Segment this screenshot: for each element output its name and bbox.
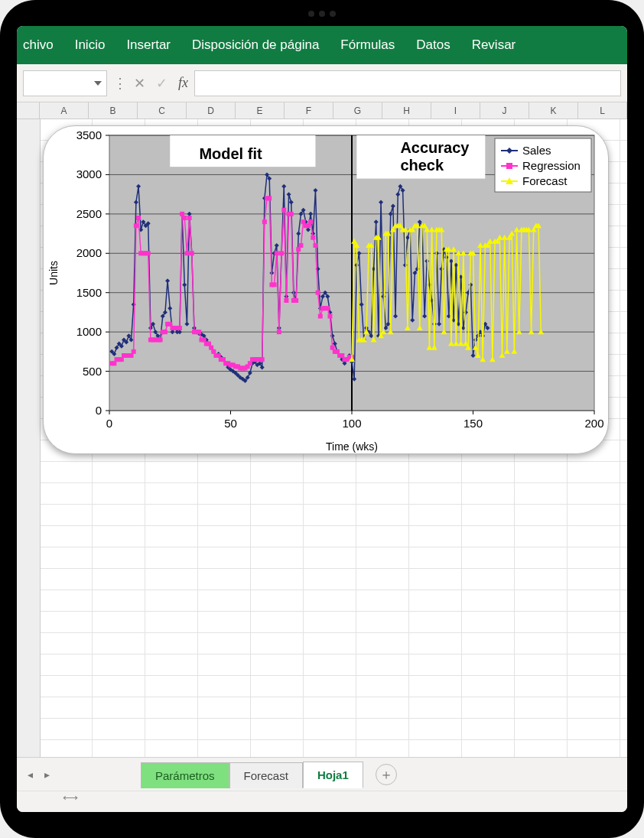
chevron-down-icon [94,81,102,86]
cancel-icon[interactable]: ✕ [134,75,145,92]
chart-svg: 0500100015002000250030003500050100150200… [44,126,609,454]
ribbon-tabs: chivoInicioInsertarDisposición de página… [17,26,627,64]
svg-rect-125 [308,219,313,224]
sheet-nav-prev-icon[interactable]: ◂ [23,768,37,781]
sheet-tab-forecast[interactable]: Forecast [229,762,303,788]
svg-rect-89 [221,357,226,362]
ribbon-tab-disposición-de-página[interactable]: Disposición de página [192,37,319,53]
svg-rect-113 [279,251,284,255]
svg-rect-100 [248,361,252,365]
svg-text:1000: 1000 [76,325,102,338]
svg-rect-52 [132,349,136,354]
svg-rect-147 [506,163,512,169]
sheet-tab-hoja1[interactable]: Hoja1 [303,762,363,788]
svg-rect-71 [177,326,182,330]
spreadsheet-grid[interactable]: 0500100015002000250030003500050100150200… [17,119,627,757]
column-header[interactable]: A [40,102,89,119]
svg-rect-63 [158,337,163,342]
svg-rect-129 [318,314,323,319]
column-header[interactable]: C [138,102,187,119]
sheet-tabs: ParámetrosForecastHoja1 [141,761,363,788]
svg-rect-81 [202,337,207,342]
chart-container[interactable]: 0500100015002000250030003500050100150200… [43,125,609,454]
column-header[interactable]: B [89,102,138,119]
svg-text:Units: Units [47,261,60,285]
svg-text:Forecast: Forecast [522,174,568,187]
accept-icon[interactable]: ✓ [156,75,168,92]
column-header[interactable]: J [480,102,529,119]
formula-input[interactable] [194,70,621,96]
svg-rect-138 [340,353,344,358]
select-all-corner[interactable] [17,102,40,119]
svg-rect-110 [272,282,277,287]
svg-rect-87 [216,353,221,358]
column-header[interactable]: K [529,102,578,119]
svg-rect-83 [207,342,211,346]
svg-rect-114 [281,208,286,213]
sheet-tab-bar: ◂ ▸ ParámetrosForecastHoja1 ＋ [17,757,627,791]
svg-text:2000: 2000 [76,246,102,259]
svg-text:3000: 3000 [76,167,102,180]
svg-text:0: 0 [106,417,112,430]
svg-rect-47 [119,357,124,362]
sheet-tab-parámetros[interactable]: Parámetros [141,762,229,788]
svg-rect-54 [136,216,141,220]
column-header[interactable]: F [285,102,333,119]
column-header[interactable]: L [578,102,627,119]
svg-rect-85 [211,349,216,354]
svg-rect-112 [277,330,281,334]
ribbon-tab-revisar[interactable]: Revisar [472,37,516,53]
ribbon-tab-chivo[interactable]: chivo [23,37,54,53]
svg-rect-65 [163,330,168,334]
tablet-camera [299,11,345,17]
svg-text:Time (wks): Time (wks) [326,440,378,453]
svg-rect-106 [262,219,267,224]
add-sheet-button[interactable]: ＋ [376,764,397,785]
svg-rect-67 [168,322,172,326]
svg-rect-84 [209,346,213,350]
svg-rect-132 [325,306,330,310]
svg-rect-75 [187,216,192,220]
column-header[interactable]: D [187,102,236,119]
svg-rect-126 [311,235,315,240]
svg-rect-51 [129,353,134,358]
svg-text:Accuracy: Accuracy [400,139,470,156]
svg-rect-72 [180,212,184,216]
svg-text:200: 200 [584,417,603,430]
svg-rect-108 [267,196,272,200]
svg-text:Model fit: Model fit [199,145,262,162]
svg-text:2500: 2500 [76,207,102,220]
sheet-nav-next-icon[interactable]: ▸ [40,768,54,781]
column-header[interactable]: G [333,102,382,119]
name-box[interactable] [23,70,107,96]
svg-text:Sales: Sales [522,144,551,157]
svg-rect-105 [260,357,265,362]
svg-rect-73 [182,216,187,220]
status-bar: ⟷ [17,791,627,812]
divider-icon: ⋮ [113,75,128,92]
svg-rect-44 [112,361,116,365]
fx-label[interactable]: fx [178,75,188,91]
svg-rect-134 [330,346,335,350]
column-header-row: ABCDEFGHIJKL [17,102,627,119]
svg-text:500: 500 [83,365,102,378]
svg-rect-115 [284,298,288,303]
column-header[interactable]: E [236,102,285,119]
svg-rect-133 [327,314,332,319]
svg-rect-127 [313,243,317,248]
ribbon-tab-insertar[interactable]: Insertar [126,37,171,53]
svg-rect-122 [301,219,306,224]
ribbon-tab-inicio[interactable]: Inicio [75,37,106,53]
svg-text:check: check [400,157,444,174]
column-header[interactable]: I [431,102,480,119]
formula-bar: ⋮ ✕ ✓ fx [17,64,627,102]
column-header[interactable]: H [382,102,431,119]
ribbon-tab-datos[interactable]: Datos [416,37,450,53]
svg-text:100: 100 [342,417,361,430]
svg-rect-121 [298,243,303,248]
svg-rect-58 [146,251,151,255]
svg-text:150: 150 [463,417,483,430]
svg-rect-117 [289,212,294,216]
ribbon-tab-fórmulas[interactable]: Fórmulas [340,37,395,53]
svg-rect-76 [190,251,194,255]
